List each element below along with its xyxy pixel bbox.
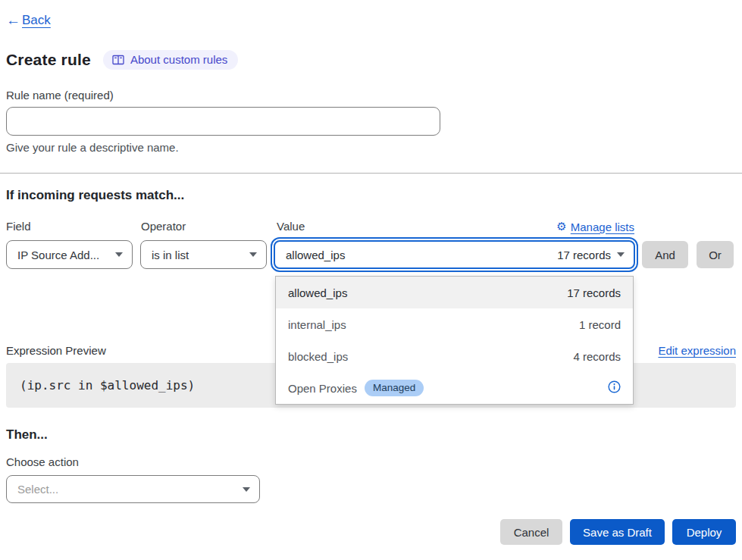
rule-name-helper: Give your rule a descriptive name. — [6, 141, 179, 154]
field-select[interactable]: IP Source Add... — [6, 240, 133, 269]
list-item-internal-ips[interactable]: internal_ips 1 record — [276, 308, 633, 340]
managed-badge: Managed — [365, 380, 424, 396]
and-button[interactable]: And — [642, 241, 688, 268]
book-icon — [112, 55, 124, 65]
page-title: Create rule — [6, 51, 91, 69]
title-row: Create rule About custom rules — [6, 50, 238, 70]
chevron-down-icon — [249, 252, 257, 257]
list-item-count: 17 records — [567, 286, 621, 299]
list-item-name: Open Proxies — [288, 382, 357, 395]
field-select-value: IP Source Add... — [17, 249, 99, 261]
section-divider — [0, 173, 742, 174]
about-custom-rules-label: About custom rules — [130, 53, 227, 66]
value-select-selected: allowed_ips — [286, 249, 345, 261]
expression-code: (ip.src in $allowed_ips) — [20, 378, 195, 393]
choose-action-label: Choose action — [6, 455, 79, 468]
list-item-open-proxies[interactable]: Open Proxies Managed — [276, 372, 633, 404]
value-select-record-count: 17 records — [557, 249, 611, 261]
chevron-down-icon — [243, 487, 250, 492]
list-item-count: 1 record — [579, 318, 621, 331]
or-button[interactable]: Or — [697, 241, 734, 268]
chevron-down-icon — [115, 252, 123, 257]
back-label: Back — [22, 13, 51, 28]
match-section-heading: If incoming requests match... — [6, 188, 184, 203]
list-item-name: blocked_ips — [288, 350, 348, 363]
chevron-down-icon — [617, 252, 625, 257]
list-item-allowed-ips[interactable]: allowed_ips 17 records — [276, 277, 633, 308]
rule-name-input[interactable] — [6, 107, 440, 136]
about-custom-rules-link[interactable]: About custom rules — [103, 50, 238, 70]
save-as-draft-button[interactable]: Save as Draft — [570, 519, 665, 545]
then-section-heading: Then... — [6, 427, 48, 443]
value-select[interactable]: allowed_ips 17 records — [274, 240, 635, 269]
rule-name-label: Rule name (required) — [6, 89, 114, 102]
cancel-button[interactable]: Cancel — [500, 519, 562, 545]
manage-lists-label: Manage lists — [571, 221, 634, 233]
expression-preview-label: Expression Preview — [6, 344, 106, 357]
left-arrow-icon: ← — [6, 12, 20, 29]
list-item-name: internal_ips — [288, 318, 346, 331]
operator-select-value: is in list — [152, 249, 189, 261]
edit-expression-link[interactable]: Edit expression — [658, 344, 736, 357]
action-select-placeholder: Select... — [17, 483, 58, 496]
list-item-blocked-ips[interactable]: blocked_ips 4 records — [276, 340, 633, 372]
gear-icon: ⚙ — [556, 220, 566, 233]
create-rule-page: ← Back Create rule About custom rules Ru… — [0, 0, 742, 560]
deploy-button[interactable]: Deploy — [672, 519, 736, 545]
operator-select[interactable]: is in list — [140, 240, 267, 269]
operator-label: Operator — [141, 220, 186, 233]
info-icon[interactable] — [608, 380, 621, 396]
field-label: Field — [6, 220, 31, 233]
back-link[interactable]: ← Back — [6, 12, 51, 29]
manage-lists-link[interactable]: ⚙ Manage lists — [556, 220, 634, 233]
list-item-name: allowed_ips — [288, 286, 347, 299]
list-dropdown-panel: allowed_ips 17 records internal_ips 1 re… — [275, 276, 634, 405]
value-label: Value — [277, 220, 305, 233]
action-select[interactable]: Select... — [6, 475, 260, 503]
list-item-count: 4 records — [573, 350, 621, 363]
